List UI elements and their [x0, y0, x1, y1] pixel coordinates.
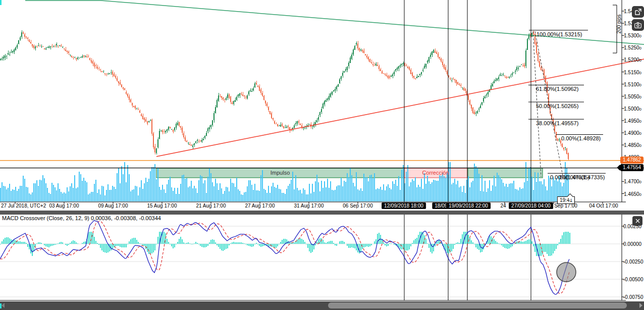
time-tick-label: 21 Aug 17:00: [196, 203, 226, 209]
artifact-speck-top: [0, 0, 2, 5]
time-tick-label: 06 Sep 17:00: [343, 203, 373, 209]
macd-indicator-title: MACD Crossover (Close, 26, 12, 9) 0.0003…: [2, 215, 161, 221]
time-tick-label: 03 Aug 17:00: [49, 203, 79, 209]
scroll-left-arrow[interactable]: [2, 303, 5, 308]
fib-level-label: 0.00%(1.48928): [561, 135, 601, 141]
fib-level-label: 38.00%(1.49557): [536, 120, 578, 126]
region-label: Impulso: [271, 170, 290, 176]
price-tick-label: 1.46500: [624, 191, 641, 197]
price-tick-label: 1.53000: [624, 33, 641, 39]
time-tick-label: 27 Aug 17:00: [245, 203, 275, 209]
price-tick-label: 1.50000: [624, 106, 641, 112]
horizontal-scrollbar[interactable]: [0, 301, 644, 310]
time-tick-label: 09 Aug 17:00: [98, 203, 128, 209]
panel-separator[interactable]: [0, 211, 644, 215]
price-tick-label: 1.49000: [624, 130, 641, 136]
level-price-badge: 1.47554: [620, 164, 643, 171]
camera-icon: [634, 22, 641, 28]
camera-button[interactable]: [632, 19, 644, 31]
macd-close-button[interactable]: [632, 216, 642, 226]
price-tick-label: 1.51000: [624, 82, 641, 88]
macd-tick-label: -0.00750: [623, 294, 643, 300]
time-tick-label: 04 Oct 17:00: [589, 203, 618, 209]
current-price-badge: 1.47862: [620, 157, 643, 164]
price-tick-label: 1.52500: [624, 45, 641, 51]
date-line-badge: 19/09/2018 22:00: [446, 202, 491, 209]
fib-level-label: 61.80%(1.50962): [536, 86, 578, 92]
macd-tick-label: -0.00500: [623, 277, 643, 282]
date-line-badge: 27/09/2018 04:00: [509, 202, 553, 209]
close-icon: [635, 219, 640, 223]
expand-button[interactable]: [632, 6, 644, 18]
time-tooltip: 19:41: [557, 196, 575, 204]
price-tick-label: 1.48500: [624, 142, 641, 148]
time-tick-label: 31 Aug 17:00: [294, 203, 324, 209]
fib-level-label: 50.00%(1.50265): [536, 103, 578, 109]
macd-tick-label: -0.00250: [623, 259, 643, 265]
scroll-right-arrow[interactable]: [639, 303, 642, 308]
price-tick-label: 1.49500: [624, 118, 641, 124]
trading-chart-window: 1.540001.535001.530001.525001.520001.515…: [0, 0, 644, 310]
price-tick-label: 1.50500: [624, 94, 641, 100]
scrollbar-thumb[interactable]: [328, 302, 627, 308]
time-tick-label: 24: [500, 203, 506, 209]
pips-bracket-label: 200 pips: [616, 9, 622, 39]
price-tick-label: 1.51500: [624, 70, 641, 76]
chart-canvas[interactable]: [0, 0, 644, 310]
open-in-new-icon: [635, 9, 641, 15]
fib-level-label: 100.00%(1.47335): [559, 174, 605, 180]
fib-level-label: 100.00%(1.53215): [536, 31, 582, 37]
time-tick-label: 15 Aug 17:00: [147, 203, 177, 209]
date-line-badge: 12/09/2018 18:00: [382, 202, 426, 209]
price-tick-label: 1.52000: [624, 57, 641, 63]
price-tick-label: 1.47000: [624, 179, 641, 185]
macd-tick-label: 0.00000: [623, 241, 641, 247]
artifact-speck-bottom: [0, 303, 2, 308]
region-label: Corrección: [422, 170, 449, 176]
time-tick-label: 27 Jul 2018, UTC+2: [1, 203, 46, 209]
